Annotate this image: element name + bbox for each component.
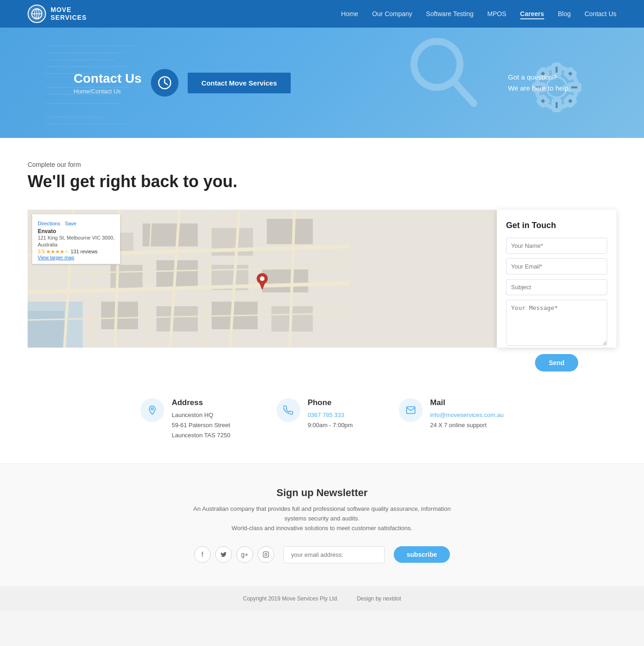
- clock-icon-badge: [151, 69, 178, 97]
- newsletter-section: Sign up Newsletter An Australian company…: [0, 463, 644, 586]
- svg-line-28: [165, 83, 167, 85]
- breadcrumb: Home/Contact Us: [74, 88, 142, 95]
- twitter-icon[interactable]: [215, 546, 232, 563]
- message-textarea[interactable]: [506, 300, 607, 346]
- footer: Copyright 2019 Move Services Pty Ltd. De…: [0, 586, 644, 611]
- contact-form-panel: Get in Touch Send: [497, 210, 616, 348]
- logo-line1: MOVE SERVICES: [51, 6, 87, 22]
- phone-text: 0367 785 333 9:00am - 7:00pm: [308, 410, 353, 430]
- social-icons: f g+: [194, 546, 274, 563]
- mail-email[interactable]: info@moveservices.com.au: [430, 410, 504, 420]
- navbar: MOVE SERVICES Home Our Company Software …: [0, 0, 644, 28]
- nav-mpos[interactable]: MPOS: [487, 10, 506, 18]
- nav-contact[interactable]: Contact Us: [585, 10, 616, 18]
- hero-title-block: Contact Us Home/Contact Us: [74, 71, 142, 95]
- mail-info: Mail info@moveservices.com.au 24 X 7 onl…: [430, 398, 504, 430]
- name-input[interactable]: [506, 238, 607, 254]
- svg-rect-31: [28, 311, 64, 348]
- logo[interactable]: MOVE SERVICES: [28, 5, 87, 23]
- svg-rect-19: [569, 84, 580, 90]
- subscribe-button[interactable]: subscribe: [394, 546, 450, 563]
- contact-info-section: Address Launceston HQ 59-61 Paterson Str…: [0, 375, 644, 463]
- form-intro-text: Complete our form: [28, 161, 616, 168]
- svg-rect-17: [553, 100, 559, 110]
- svg-rect-60: [263, 552, 269, 557]
- nav-our-company[interactable]: Our Company: [372, 10, 412, 18]
- mail-text: info@moveservices.com.au 24 X 7 online s…: [430, 410, 504, 430]
- mail-block: Mail info@moveservices.com.au 24 X 7 onl…: [399, 398, 504, 440]
- svg-rect-35: [267, 219, 313, 244]
- svg-point-59: [151, 408, 154, 410]
- hero-title: Contact Us: [74, 71, 142, 86]
- nav-software-testing[interactable]: Software Testing: [426, 10, 473, 18]
- instagram-icon[interactable]: [258, 546, 274, 563]
- nav-careers[interactable]: Careers: [520, 10, 544, 18]
- googleplus-icon[interactable]: g+: [236, 546, 253, 563]
- map-save-link[interactable]: Save: [65, 221, 76, 226]
- hero-content: Contact Us Home/Contact Us Contact Move …: [74, 69, 570, 97]
- phone-label: Phone: [308, 398, 353, 407]
- contact-move-services-button[interactable]: Contact Move Services: [188, 73, 291, 93]
- map-place-name: Envato: [38, 228, 115, 234]
- map-directions-link[interactable]: Directions: [38, 221, 60, 226]
- svg-rect-36: [110, 265, 143, 288]
- address-text: Launceston HQ 59-61 Paterson Street Laun…: [172, 410, 230, 440]
- mail-label: Mail: [430, 398, 504, 407]
- subject-input[interactable]: [506, 279, 607, 295]
- footer-design: Design by nextdot: [357, 595, 401, 602]
- hero-section: Contact Us Home/Contact Us Contact Move …: [0, 28, 644, 138]
- main-section: Complete our form We'll get right back t…: [0, 138, 644, 375]
- send-button[interactable]: Send: [535, 354, 578, 372]
- nav-blog[interactable]: Blog: [558, 10, 571, 18]
- phone-number[interactable]: 0367 785 333: [308, 410, 353, 420]
- nav-links: Home Our Company Software Testing MPOS C…: [341, 10, 616, 18]
- mail-icon: [399, 398, 423, 422]
- phone-info: Phone 0367 785 333 9:00am - 7:00pm: [308, 398, 353, 430]
- nav-home[interactable]: Home: [341, 10, 358, 18]
- hero-tagline: Got a question? We are here to help.: [508, 72, 570, 94]
- newsletter-email-input[interactable]: [283, 546, 385, 563]
- address-label: Address: [172, 398, 230, 407]
- svg-rect-22: [538, 96, 548, 106]
- svg-rect-23: [565, 96, 575, 106]
- address-block: Address Launceston HQ 59-61 Paterson Str…: [140, 398, 230, 440]
- footer-copyright: Copyright 2019 Move Services Pty Ltd.: [243, 595, 338, 602]
- logo-icon: [28, 5, 46, 23]
- map-info-box: Directions Save Envato 121 King St, Melb…: [32, 214, 120, 264]
- map-larger-link[interactable]: View larger map: [38, 255, 74, 260]
- newsletter-row: f g+ subscribe: [28, 546, 616, 563]
- svg-point-58: [260, 276, 264, 281]
- svg-rect-40: [101, 302, 138, 329]
- email-input[interactable]: [506, 258, 607, 274]
- phone-block: Phone 0367 785 333 9:00am - 7:00pm: [276, 398, 353, 440]
- map-form-section: Directions Save Envato 121 King St, Melb…: [28, 210, 616, 348]
- svg-rect-39: [262, 269, 308, 292]
- form-panel-title: Get in Touch: [506, 221, 607, 230]
- phone-icon: [276, 398, 300, 422]
- newsletter-desc: An Australian company that provides full…: [184, 504, 460, 533]
- address-icon: [140, 398, 164, 422]
- newsletter-title: Sign up Newsletter: [28, 487, 616, 499]
- svg-rect-41: [156, 306, 198, 332]
- form-headline: We'll get right back to you.: [28, 172, 616, 191]
- facebook-icon[interactable]: f: [194, 546, 211, 563]
- address-info: Address Launceston HQ 59-61 Paterson Str…: [172, 398, 230, 440]
- map-address: 121 King St, Melbourne VIC 3000, Austral…: [38, 234, 115, 249]
- map-rating: 3.5 ★★★★☆ 131 reviews: [38, 249, 115, 255]
